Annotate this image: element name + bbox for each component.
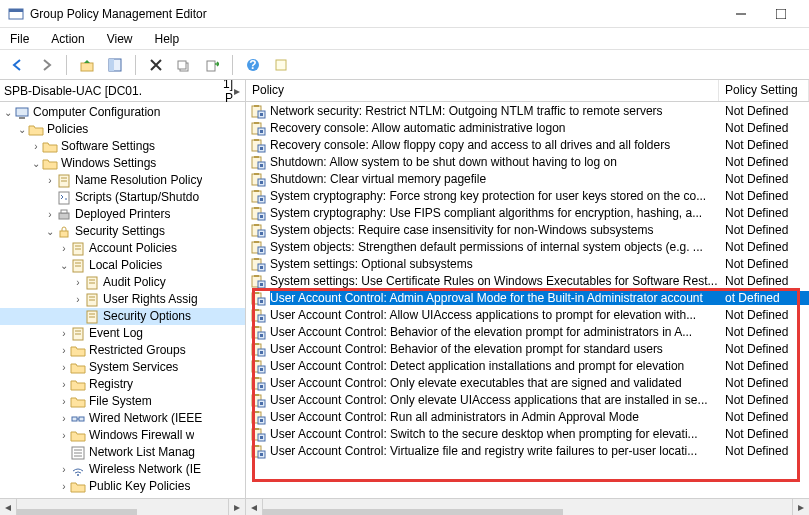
policy-row[interactable]: User Account Control: Admin Approval Mod… <box>246 289 809 306</box>
tree-node[interactable]: ›Windows Firewall w <box>0 427 245 444</box>
scroll-left-icon[interactable]: ◂ <box>0 499 17 516</box>
policy-row[interactable]: Recovery console: Allow automatic admini… <box>246 119 809 136</box>
tree-node[interactable]: ⌄Policies <box>0 121 245 138</box>
tree-node[interactable]: ›Wireless Network (IE <box>0 461 245 478</box>
expand-icon[interactable]: › <box>58 410 70 427</box>
tree-node[interactable]: ›Restricted Groups <box>0 342 245 359</box>
tree-node[interactable]: ⌄Local Policies <box>0 257 245 274</box>
policy-setting: Not Defined <box>725 121 809 135</box>
show-hide-tree-button[interactable] <box>103 53 127 77</box>
tree-node[interactable]: ›Wired Network (IEEE <box>0 410 245 427</box>
menu-view[interactable]: View <box>103 30 137 48</box>
tree-node[interactable]: ⌄Security Settings <box>0 223 245 240</box>
policy-row[interactable]: System cryptography: Use FIPS compliant … <box>246 204 809 221</box>
tree-node[interactable]: ›Audit Policy <box>0 274 245 291</box>
expand-icon[interactable]: › <box>72 291 84 308</box>
expand-icon[interactable]: › <box>58 342 70 359</box>
tree-node[interactable]: ›Software Settings <box>0 138 245 155</box>
policy-row[interactable]: User Account Control: Switch to the secu… <box>246 425 809 442</box>
policy-row[interactable]: User Account Control: Run all administra… <box>246 408 809 425</box>
scroll-thumb[interactable] <box>17 509 137 515</box>
expand-icon[interactable]: › <box>58 393 70 410</box>
policy-row[interactable]: System cryptography: Force strong key pr… <box>246 187 809 204</box>
expand-icon[interactable]: › <box>30 138 42 155</box>
list-scroll-right-icon[interactable]: ▸ <box>792 499 809 516</box>
svg-rect-99 <box>260 317 263 320</box>
scroll-right-icon[interactable]: ▸ <box>228 499 245 516</box>
back-button[interactable] <box>6 53 30 77</box>
expand-icon[interactable]: › <box>58 240 70 257</box>
expand-icon[interactable]: › <box>44 206 56 223</box>
tree-node[interactable]: Scripts (Startup/Shutdo <box>0 189 245 206</box>
export-button[interactable] <box>200 53 224 77</box>
tree-node[interactable]: ⌄Computer Configuration <box>0 104 245 121</box>
col-setting[interactable]: Policy Setting <box>719 80 809 101</box>
policy-row[interactable]: User Account Control: Allow UIAccess app… <box>246 306 809 323</box>
list-scroll-left-icon[interactable]: ◂ <box>246 499 263 516</box>
tree-node[interactable]: ›User Rights Assig <box>0 291 245 308</box>
tree-node[interactable]: ›System Services <box>0 359 245 376</box>
folder-open-icon <box>28 122 44 138</box>
tree-node[interactable]: ›Public Key Policies <box>0 478 245 495</box>
menu-help[interactable]: Help <box>151 30 184 48</box>
expand-icon[interactable]: › <box>72 274 84 291</box>
policy-row[interactable]: Shutdown: Clear virtual memory pagefileN… <box>246 170 809 187</box>
tree-node[interactable]: ⌄Windows Settings <box>0 155 245 172</box>
expand-icon[interactable]: › <box>58 478 70 495</box>
expand-icon[interactable]: › <box>58 376 70 393</box>
policy-row[interactable]: Network security: Restrict NTLM: Outgoin… <box>246 102 809 119</box>
expand-icon[interactable]: ⌄ <box>44 223 56 240</box>
policy-row[interactable]: User Account Control: Virtualize file an… <box>246 442 809 459</box>
tree-node[interactable]: ›Deployed Printers <box>0 206 245 223</box>
expand-icon[interactable]: ⌄ <box>2 104 14 121</box>
policy-row[interactable]: User Account Control: Only elevate UIAcc… <box>246 391 809 408</box>
expand-icon[interactable]: ⌄ <box>16 121 28 138</box>
tree-node[interactable]: Security Options <box>0 308 245 325</box>
policy-label: Recovery console: Allow automatic admini… <box>270 121 725 135</box>
tree-header[interactable]: SPB-Disable-UAC [DC01. 1] P ▸ <box>0 80 245 102</box>
tree-node[interactable]: ›File System <box>0 393 245 410</box>
policy-row[interactable]: Shutdown: Allow system to be shut down w… <box>246 153 809 170</box>
tree[interactable]: ⌄Computer Configuration⌄Policies›Softwar… <box>0 102 245 495</box>
svg-rect-79 <box>260 232 263 235</box>
policy-row[interactable]: System settings: Optional subsystemsNot … <box>246 255 809 272</box>
expand-icon[interactable]: › <box>58 461 70 478</box>
policy-row[interactable]: System settings: Use Certificate Rules o… <box>246 272 809 289</box>
tree-node[interactable]: ›Name Resolution Policy <box>0 172 245 189</box>
minimize-button[interactable] <box>721 1 761 27</box>
help-button[interactable]: ? <box>241 53 265 77</box>
up-button[interactable] <box>75 53 99 77</box>
expand-icon[interactable]: › <box>58 359 70 376</box>
list-body[interactable]: Network security: Restrict NTLM: Outgoin… <box>246 102 809 498</box>
policy-row[interactable]: System objects: Strengthen default permi… <box>246 238 809 255</box>
policy-row[interactable]: User Account Control: Behavior of the el… <box>246 323 809 340</box>
expand-icon[interactable]: ⌄ <box>30 155 42 172</box>
tree-node[interactable]: ›Account Policies <box>0 240 245 257</box>
expand-icon[interactable]: › <box>44 172 56 189</box>
menu-file[interactable]: File <box>6 30 33 48</box>
policy-row[interactable]: Recovery console: Allow floppy copy and … <box>246 136 809 153</box>
policy-row[interactable]: User Account Control: Only elevate execu… <box>246 374 809 391</box>
svg-rect-117 <box>254 394 259 396</box>
expand-icon[interactable]: ⌄ <box>58 257 70 274</box>
col-policy[interactable]: Policy <box>246 80 719 101</box>
tree-node-label: File System <box>89 393 152 410</box>
tree-node[interactable]: ›Registry <box>0 376 245 393</box>
forward-button[interactable] <box>34 53 58 77</box>
properties-button[interactable] <box>172 53 196 77</box>
list-scroll-thumb[interactable] <box>263 509 563 515</box>
menu-action[interactable]: Action <box>47 30 88 48</box>
policy-icon <box>250 426 266 442</box>
tree-hscroll[interactable]: ◂ ▸ <box>0 498 245 515</box>
policy-row[interactable]: User Account Control: Behavior of the el… <box>246 340 809 357</box>
expand-icon[interactable]: › <box>58 325 70 342</box>
refresh-button[interactable] <box>269 53 293 77</box>
policy-row[interactable]: System objects: Require case insensitivi… <box>246 221 809 238</box>
list-hscroll[interactable]: ◂ ▸ <box>246 498 809 515</box>
tree-node[interactable]: ›Event Log <box>0 325 245 342</box>
expand-icon[interactable]: › <box>58 427 70 444</box>
policy-row[interactable]: User Account Control: Detect application… <box>246 357 809 374</box>
maximize-button[interactable] <box>761 1 801 27</box>
delete-button[interactable] <box>144 53 168 77</box>
tree-node[interactable]: Network List Manag <box>0 444 245 461</box>
